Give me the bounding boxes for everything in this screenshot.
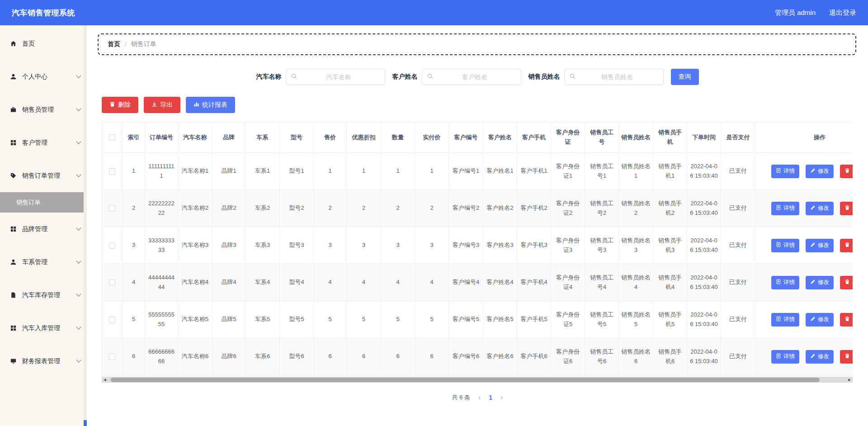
orders-table-container: 索引订单编号汽车名称品牌车系型号售价优惠折扣数量实付价客户编号客户姓名客户手机客… xyxy=(102,122,853,375)
row-checkbox[interactable] xyxy=(109,242,115,249)
cell-salesman-phone: 销售员手机3 xyxy=(653,227,687,264)
cell-customer-no: 客户编号5 xyxy=(449,301,483,338)
logout-link[interactable]: 退出登录 xyxy=(829,9,856,17)
horizontal-scrollbar-track[interactable] xyxy=(108,377,846,383)
search-button[interactable]: 查询 xyxy=(671,69,699,85)
row-checkbox[interactable] xyxy=(109,205,115,212)
report-button[interactable]: 统计报表 xyxy=(186,97,235,113)
row-delete-button[interactable]: 删除 xyxy=(840,276,853,289)
cell-car-name: 汽车名称1 xyxy=(178,153,212,190)
edit-button-label: 修改 xyxy=(818,241,829,249)
detail-button[interactable]: 详情 xyxy=(771,313,799,327)
filter-input-2[interactable] xyxy=(576,73,659,80)
filter-input-1[interactable] xyxy=(434,73,516,80)
edit-button[interactable]: 修改 xyxy=(806,350,834,364)
sidebar-item-3[interactable]: 客户管理 xyxy=(0,126,87,159)
edit-button-label: 修改 xyxy=(818,167,829,175)
scroll-right-arrow-icon[interactable]: ▶ xyxy=(846,377,853,383)
table-row: 22222222222汽车名称2品牌2车系2型号22222客户编号2客户姓名2客… xyxy=(102,190,853,227)
cell-brand: 品牌4 xyxy=(212,264,245,301)
cell-price: 3 xyxy=(314,227,347,264)
page-number-1[interactable]: 1 xyxy=(489,394,492,401)
row-delete-button[interactable]: 删除 xyxy=(840,313,853,327)
row-delete-button[interactable]: 删除 xyxy=(840,350,853,364)
column-header-4: 车系 xyxy=(245,123,280,153)
cell-pay-status: 已支付 xyxy=(721,227,755,264)
select-all-checkbox[interactable] xyxy=(109,134,115,141)
cell-salesman-no: 销售员工号3 xyxy=(585,227,619,264)
search-icon xyxy=(427,73,434,81)
sidebar-item-label: 品牌管理 xyxy=(22,225,71,233)
sidebar-item-7[interactable]: 汽车库存管理 xyxy=(0,279,87,312)
download-icon xyxy=(151,101,157,109)
table-row: 33333333333汽车名称3品牌3车系3型号33333客户编号3客户姓名3客… xyxy=(102,227,853,264)
trash-icon xyxy=(844,205,850,212)
edit-button-label: 修改 xyxy=(818,204,829,212)
sidebar-item-9[interactable]: 财务报表管理 xyxy=(0,345,87,378)
export-button[interactable]: 导出 xyxy=(144,97,180,113)
sidebar-subitem-4-0[interactable]: 销售订单 xyxy=(0,192,87,213)
row-delete-button[interactable]: 删除 xyxy=(840,239,853,252)
sidebar-item-6[interactable]: 车系管理 xyxy=(0,246,87,279)
export-button-label: 导出 xyxy=(160,101,173,109)
breadcrumb-home[interactable]: 首页 xyxy=(108,40,120,48)
detail-button[interactable]: 详情 xyxy=(771,202,799,215)
horizontal-scrollbar-thumb[interactable] xyxy=(111,378,820,382)
row-delete-button[interactable]: 删除 xyxy=(840,202,853,215)
cell-brand: 品牌5 xyxy=(212,301,245,338)
row-actions-cell: 详情修改删除 xyxy=(755,338,853,375)
sidebar-item-0[interactable]: 首页 xyxy=(0,27,87,60)
detail-button[interactable]: 详情 xyxy=(771,276,799,289)
chevron-down-icon xyxy=(76,291,81,296)
edit-button[interactable]: 修改 xyxy=(806,202,834,215)
detail-button-label: 详情 xyxy=(783,353,795,360)
row-actions-cell: 详情修改删除 xyxy=(755,190,853,227)
detail-button[interactable]: 详情 xyxy=(771,239,799,252)
cell-paid-amount: 2 xyxy=(415,190,449,227)
row-checkbox[interactable] xyxy=(109,317,115,323)
sidebar-item-5[interactable]: 品牌管理 xyxy=(0,213,87,246)
sidebar-item-2[interactable]: 销售员管理 xyxy=(0,93,87,126)
detail-button-label: 详情 xyxy=(783,279,795,286)
cell-customer-phone: 客户手机4 xyxy=(517,264,551,301)
sidebar-item-label: 个人中心 xyxy=(22,73,71,81)
grid-icon xyxy=(10,139,17,146)
row-delete-button[interactable]: 删除 xyxy=(840,165,853,178)
cell-model: 型号2 xyxy=(280,190,314,227)
column-header-16: 销售员手机 xyxy=(653,123,687,153)
cell-customer-id-card: 客户身份证2 xyxy=(551,190,585,227)
cell-customer-id-card: 客户身份证6 xyxy=(551,338,585,375)
detail-button-label: 详情 xyxy=(783,241,795,249)
row-checkbox-cell xyxy=(102,153,123,190)
sidebar-scrollbar[interactable] xyxy=(84,25,87,426)
row-checkbox[interactable] xyxy=(109,168,115,175)
app-title: 汽车销售管理系统 xyxy=(12,8,75,18)
cell-model: 型号1 xyxy=(280,153,314,190)
scroll-left-arrow-icon[interactable]: ◀ xyxy=(102,377,108,383)
edit-button[interactable]: 修改 xyxy=(806,239,834,252)
sidebar-item-8[interactable]: 汽车入库管理 xyxy=(0,312,87,345)
cell-order-no: 5555555555 xyxy=(145,301,178,338)
row-delete-button-label: 删除 xyxy=(852,204,853,212)
edit-button[interactable]: 修改 xyxy=(806,165,834,178)
edit-button[interactable]: 修改 xyxy=(806,313,834,327)
prev-page-icon[interactable]: ‹ xyxy=(478,394,481,401)
horizontal-scrollbar[interactable]: ◀ ▶ xyxy=(102,377,853,383)
sidebar-item-4[interactable]: 销售订单管理 xyxy=(0,159,87,192)
row-checkbox[interactable] xyxy=(109,279,115,286)
detail-button[interactable]: 详情 xyxy=(771,165,799,178)
cell-order-no: 4444444444 xyxy=(145,264,178,301)
filter-input-0[interactable] xyxy=(297,73,380,80)
row-checkbox[interactable] xyxy=(109,354,115,360)
delete-button[interactable]: 删除 xyxy=(102,97,138,113)
cell-discount: 2 xyxy=(347,190,381,227)
edit-button[interactable]: 修改 xyxy=(806,276,834,289)
trash-icon xyxy=(109,101,115,109)
detail-doc-icon xyxy=(776,316,781,323)
detail-button[interactable]: 详情 xyxy=(771,350,799,364)
next-page-icon[interactable]: › xyxy=(500,394,503,401)
row-actions-cell: 详情修改删除 xyxy=(755,264,853,301)
sidebar-item-1[interactable]: 个人中心 xyxy=(0,60,87,93)
sidebar-scrollbar-thumb[interactable] xyxy=(84,420,87,426)
cell-brand: 品牌6 xyxy=(212,338,245,375)
